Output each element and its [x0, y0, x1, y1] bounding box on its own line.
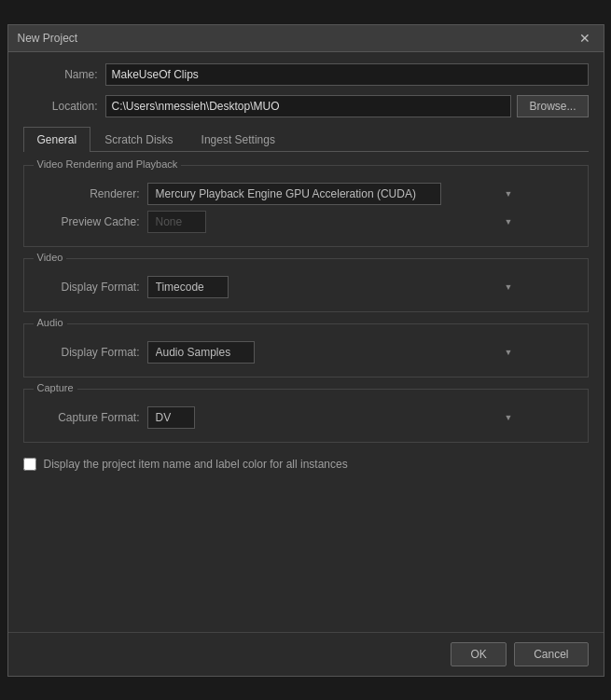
name-input[interactable] — [105, 63, 589, 86]
preview-cache-row: Preview Cache: None — [37, 211, 575, 233]
video-display-format-row: Display Format: Timecode — [37, 276, 575, 298]
renderer-dropdown[interactable]: Mercury Playback Engine GPU Acceleration… — [147, 183, 441, 205]
video-title: Video — [34, 252, 67, 263]
dialog-footer: OK Cancel — [8, 632, 604, 676]
name-row: Name: — [23, 63, 589, 86]
video-section: Video Display Format: Timecode — [23, 258, 589, 312]
capture-section: Capture Capture Format: DV — [23, 389, 589, 443]
location-label: Location: — [23, 100, 98, 113]
capture-format-label: Capture Format: — [37, 411, 140, 424]
capture-format-row: Capture Format: DV — [37, 406, 575, 429]
audio-display-format-wrapper: Audio Samples — [147, 341, 521, 364]
audio-display-format-dropdown[interactable]: Audio Samples — [147, 341, 255, 364]
preview-cache-dropdown[interactable]: None — [147, 211, 206, 233]
video-display-format-wrapper: Timecode — [147, 276, 521, 298]
checkbox-label: Display the project item name and label … — [44, 458, 348, 471]
browse-button[interactable]: Browse... — [517, 95, 588, 117]
ok-button[interactable]: OK — [451, 642, 507, 666]
tab-bar: General Scratch Disks Ingest Settings — [23, 127, 589, 152]
audio-title: Audio — [34, 317, 67, 328]
video-rendering-title: Video Rendering and Playback — [34, 158, 182, 170]
preview-cache-dropdown-wrapper: None — [147, 211, 521, 233]
tab-general[interactable]: General — [23, 127, 91, 152]
tab-scratch-disks[interactable]: Scratch Disks — [90, 127, 187, 152]
capture-title: Capture — [34, 382, 77, 393]
location-row: Location: Browse... — [23, 95, 589, 117]
renderer-row: Renderer: Mercury Playback Engine GPU Ac… — [37, 183, 575, 205]
audio-display-format-row: Display Format: Audio Samples — [37, 341, 575, 364]
close-button[interactable]: ✕ — [576, 31, 594, 46]
name-label: Name: — [23, 68, 98, 81]
title-bar: New Project ✕ — [8, 25, 604, 52]
renderer-dropdown-wrapper: Mercury Playback Engine GPU Acceleration… — [147, 183, 521, 205]
tab-ingest-settings[interactable]: Ingest Settings — [187, 127, 289, 152]
dialog-title: New Project — [18, 32, 78, 45]
video-rendering-section: Video Rendering and Playback Renderer: M… — [23, 165, 589, 247]
audio-section: Audio Display Format: Audio Samples — [23, 323, 589, 377]
location-input[interactable] — [105, 95, 512, 117]
checkbox-row: Display the project item name and label … — [23, 458, 589, 471]
preview-cache-label: Preview Cache: — [37, 215, 140, 228]
cancel-button[interactable]: Cancel — [514, 642, 588, 666]
project-item-checkbox[interactable] — [23, 458, 36, 471]
capture-format-dropdown[interactable]: DV — [147, 406, 195, 429]
renderer-label: Renderer: — [37, 187, 140, 200]
audio-display-format-label: Display Format: — [37, 346, 140, 359]
capture-format-wrapper: DV — [147, 406, 521, 429]
video-display-format-label: Display Format: — [37, 281, 140, 294]
video-display-format-dropdown[interactable]: Timecode — [147, 276, 229, 298]
dialog-content: Name: Location: Browse... General Scratc… — [8, 52, 604, 632]
new-project-dialog: New Project ✕ Name: Location: Browse... … — [7, 24, 604, 677]
